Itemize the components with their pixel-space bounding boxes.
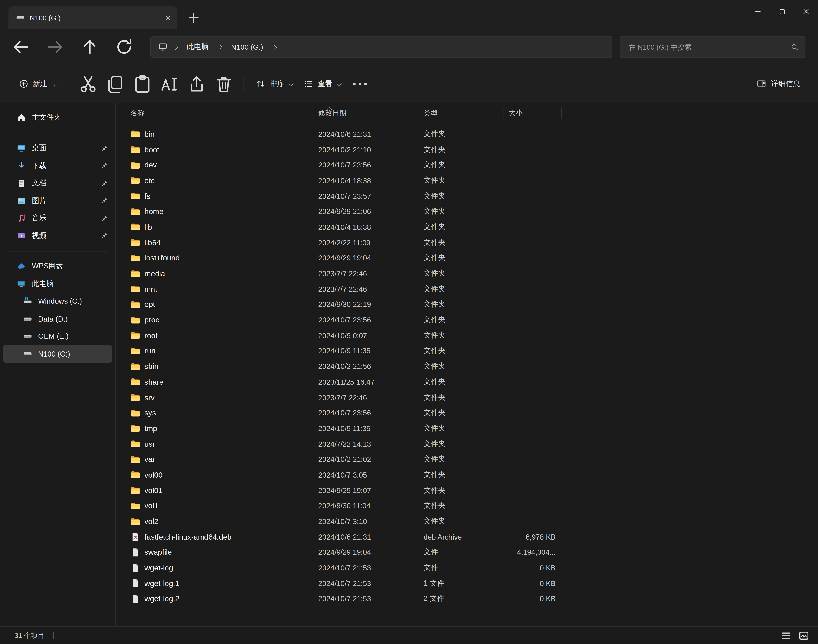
new-button[interactable]: 新建 (14, 75, 61, 93)
sidebar-item-label: 图片 (32, 196, 46, 205)
delete-button[interactable] (213, 73, 234, 94)
file-row[interactable]: sbin2024/10/2 21:56文件夹 (116, 359, 818, 374)
breadcrumb-chevron-icon (174, 45, 178, 49)
view-button[interactable]: 查看 (299, 75, 346, 93)
refresh-button[interactable] (115, 37, 133, 56)
file-row[interactable]: boot2024/10/2 21:10文件夹 (116, 142, 818, 157)
file-row[interactable]: home2024/9/29 21:06文件夹 (116, 204, 818, 219)
sidebar-item-this-pc[interactable]: 此电脑 (3, 275, 112, 293)
search-box[interactable] (620, 36, 806, 58)
copy-button[interactable] (105, 73, 126, 94)
forward-button[interactable] (46, 37, 65, 56)
up-button[interactable] (80, 37, 99, 56)
rename-button[interactable] (159, 73, 180, 94)
close-button[interactable] (794, 0, 818, 23)
file-row[interactable]: wget-log.12024/10/7 21:531 文件0 KB (116, 576, 818, 591)
file-row[interactable]: fastfetch-linux-amd64.deb2024/10/6 21:31… (116, 529, 818, 545)
file-date-cell: 2023/7/7 22:46 (313, 269, 418, 278)
sort-button[interactable]: 排序 (251, 75, 299, 93)
file-name: swapfile (144, 548, 172, 557)
minimize-button[interactable] (746, 0, 770, 23)
maximize-button[interactable] (770, 0, 794, 23)
file-date-cell: 2024/10/6 21:31 (313, 130, 418, 138)
back-button[interactable] (12, 37, 30, 56)
sidebar-item-drive-e[interactable]: OEM (E:) (3, 328, 112, 345)
details-pane-button[interactable]: 详细信息 (757, 79, 800, 89)
file-name: sbin (144, 362, 158, 371)
file-row[interactable]: lib642024/2/22 11:09文件夹 (116, 235, 818, 250)
tab-n100[interactable]: N100 (G:) (8, 6, 177, 29)
search-input[interactable] (628, 43, 790, 52)
sidebar-item-drive-c[interactable]: Windows (C:) (3, 293, 112, 310)
file-date-cell: 2023/7/7 22:46 (313, 393, 418, 402)
file-date-cell: 2024/10/4 18:38 (313, 223, 418, 231)
file-row[interactable]: dev2024/10/7 23:56文件夹 (116, 157, 818, 173)
sidebar-item-drive-g[interactable]: N100 (G:) (3, 345, 112, 362)
file-row[interactable]: vol22024/10/7 3:10文件夹 (116, 514, 818, 529)
sidebar-item-music[interactable]: 音乐 (3, 210, 112, 227)
file-row[interactable]: root2024/10/9 0:07文件夹 (116, 328, 818, 343)
file-row[interactable]: vol002024/10/7 3:05文件夹 (116, 467, 818, 483)
cut-button[interactable] (78, 73, 99, 94)
file-row[interactable]: sys2024/10/7 23:56文件夹 (116, 405, 818, 421)
file-row[interactable]: vol012024/9/29 19:07文件夹 (116, 483, 818, 498)
file-icon (130, 547, 140, 558)
share-button[interactable] (186, 73, 207, 94)
file-name: share (144, 378, 163, 386)
column-headers: 名称 修改日期 类型 大小 (116, 103, 818, 123)
file-row[interactable]: run2024/10/9 11:35文件夹 (116, 343, 818, 359)
file-row[interactable]: swapfile2024/9/29 19:04文件4,194,304... (116, 545, 818, 560)
sidebar-item-pictures[interactable]: 图片 (3, 192, 112, 210)
sidebar-item-wps-cloud[interactable]: WPS网盘 (3, 258, 112, 275)
paste-button[interactable] (132, 73, 153, 94)
column-header-type[interactable]: 类型 (418, 107, 503, 119)
file-row[interactable]: wget-log.22024/10/7 21:532 文件0 KB (116, 591, 818, 607)
file-row[interactable]: opt2024/9/30 22:19文件夹 (116, 297, 818, 312)
file-name-cell: usr (116, 439, 313, 449)
column-header-size[interactable]: 大小 (503, 107, 562, 119)
new-tab-button[interactable] (186, 10, 201, 26)
sidebar-item-downloads[interactable]: 下载 (3, 157, 112, 175)
file-type-cell: 文件夹 (418, 284, 503, 294)
file-row[interactable]: lost+found2024/9/29 19:04文件夹 (116, 250, 818, 266)
file-row[interactable]: etc2024/10/4 18:38文件夹 (116, 173, 818, 189)
sidebar-item-home[interactable]: 主文件夹 (3, 109, 112, 126)
file-row[interactable]: proc2024/10/7 23:56文件夹 (116, 312, 818, 328)
thumbnail-view-button[interactable] (798, 630, 810, 641)
file-name: sys (144, 409, 156, 417)
address-bar[interactable]: 此电脑 N100 (G:) (150, 36, 613, 58)
file-row[interactable]: share2023/11/25 16:47文件夹 (116, 374, 818, 390)
file-type-cell: 文件 (418, 563, 503, 573)
file-name-cell: mnt (116, 284, 313, 294)
file-row[interactable]: mnt2023/7/7 22:46文件夹 (116, 281, 818, 297)
breadcrumb-n100-drive[interactable]: N100 (G:) (228, 41, 266, 53)
tab-close-icon[interactable] (165, 15, 171, 21)
file-row[interactable]: wget-log2024/10/7 21:53文件0 KB (116, 560, 818, 576)
file-row[interactable]: tmp2024/10/9 11:35文件夹 (116, 421, 818, 436)
file-name-cell: home (116, 207, 313, 216)
file-row[interactable]: usr2024/7/22 14:13文件夹 (116, 436, 818, 452)
file-row[interactable]: bin2024/10/6 21:31文件夹 (116, 126, 818, 142)
sidebar-item-videos[interactable]: 视频 (3, 227, 112, 244)
file-row[interactable]: srv2023/7/7 22:46文件夹 (116, 390, 818, 405)
details-view-button[interactable] (781, 630, 792, 641)
more-options-button[interactable] (349, 73, 371, 94)
file-row[interactable]: media2023/7/7 22:46文件夹 (116, 266, 818, 281)
sidebar-item-desktop[interactable]: 桌面 (3, 140, 112, 157)
file-type-cell: 文件夹 (418, 501, 503, 511)
column-header-name[interactable]: 名称 (116, 107, 313, 119)
file-row[interactable]: lib2024/10/4 18:38文件夹 (116, 219, 818, 235)
file-row[interactable]: vol12024/9/30 11:04文件夹 (116, 498, 818, 514)
file-date-cell: 2024/9/29 19:07 (313, 486, 418, 495)
sidebar-item-drive-d[interactable]: Data (D:) (3, 310, 112, 328)
file-row[interactable]: var2024/10/2 21:02文件夹 (116, 452, 818, 467)
sidebar-item-documents[interactable]: 文档 (3, 175, 112, 192)
navigation-pane: 主文件夹桌面下载文档图片音乐视频WPS网盘此电脑Windows (C:)Data… (0, 103, 116, 626)
file-name: root (144, 331, 158, 340)
file-name-cell: vol1 (116, 501, 313, 511)
folder-icon (130, 455, 140, 465)
file-row[interactable]: fs2024/10/7 23:57文件夹 (116, 188, 818, 204)
file-name: srv (144, 393, 155, 402)
file-size-cell: 0 KB (503, 564, 562, 572)
breadcrumb-this-pc[interactable]: 此电脑 (184, 41, 212, 53)
